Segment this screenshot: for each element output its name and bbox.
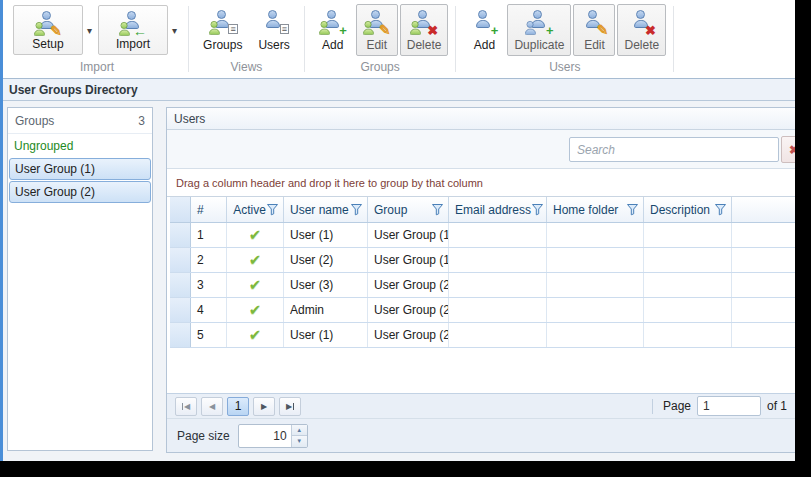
search-input[interactable]: [569, 137, 779, 162]
ribbon-group-groups: + Add ✎ Edit: [312, 4, 449, 74]
groupby-dropzone[interactable]: Drag a column header and drop it here to…: [167, 168, 795, 197]
filter-icon[interactable]: [431, 203, 444, 216]
next-page-icon: ▶: [261, 402, 267, 411]
group-add-icon: +: [319, 9, 347, 36]
groups-panel-title: Groups: [15, 114, 54, 128]
user-add-button[interactable]: + Add: [463, 4, 505, 56]
active-check-icon: ✔: [249, 251, 262, 269]
import-button[interactable]: ← Import: [98, 5, 168, 55]
setup-button[interactable]: ✎ Setup: [13, 5, 83, 55]
list-badge-icon: ≡: [228, 24, 237, 34]
column-header-email[interactable]: Email address: [449, 197, 547, 222]
views-groups-button[interactable]: ≡ Groups: [196, 4, 249, 56]
column-header-group[interactable]: Group: [368, 197, 449, 222]
plus-badge-icon: +: [339, 24, 347, 37]
row-indicator[interactable]: [170, 248, 191, 272]
filter-icon[interactable]: [714, 203, 727, 216]
plus-badge-icon: +: [491, 24, 499, 37]
spin-down-button[interactable]: ▼: [291, 436, 307, 447]
group-item-user-group-1[interactable]: User Group (1): [9, 158, 151, 180]
cell-email: [449, 273, 547, 297]
first-page-icon: ◀: [184, 402, 190, 411]
views-users-button[interactable]: ≡ Users: [251, 4, 296, 56]
group-item-user-group-2[interactable]: User Group (2): [9, 181, 151, 203]
import-dropdown-icon[interactable]: ▾: [168, 25, 181, 36]
user-edit-icon: ✎: [580, 9, 608, 36]
group-edit-label: Edit: [366, 38, 387, 52]
column-header-active[interactable]: Active: [227, 197, 284, 222]
cell-num: 2: [191, 248, 227, 272]
table-row[interactable]: 1 ✔ User (1) User Group (1): [170, 223, 795, 248]
ribbon-group-label-groups: Groups: [312, 56, 449, 74]
last-page-icon: ▶: [286, 402, 292, 411]
cell-description: [644, 248, 732, 272]
ribbon-separator: [673, 6, 674, 72]
column-header-username[interactable]: User name: [284, 197, 368, 222]
close-icon: ✖: [789, 143, 795, 157]
column-header-num[interactable]: #: [191, 197, 227, 222]
last-page-button[interactable]: ▶: [279, 397, 301, 416]
user-duplicate-button[interactable]: + Duplicate: [507, 4, 571, 56]
group-edit-button[interactable]: ✎ Edit: [356, 4, 398, 56]
table-row[interactable]: 5 ✔ User (1) User Group (2): [170, 323, 795, 348]
group-edit-icon: ✎: [363, 9, 391, 36]
cell-email: [449, 298, 547, 322]
first-page-button[interactable]: ◀: [175, 397, 197, 416]
page-title: User Groups Directory: [3, 78, 795, 101]
row-indicator[interactable]: [170, 223, 191, 247]
user-delete-button[interactable]: ✖ Delete: [617, 4, 666, 56]
cell-group: User Group (1): [368, 248, 449, 272]
cell-username: User (2): [284, 248, 368, 272]
group-item-ungrouped[interactable]: Ungrouped: [8, 134, 152, 157]
page-label: Page: [663, 399, 691, 413]
next-page-button[interactable]: ▶: [253, 397, 275, 416]
user-duplicate-icon: +: [525, 9, 553, 36]
cell-description: [644, 323, 732, 347]
users-panel: Users ✖ Drag a column header and drop it…: [166, 107, 795, 453]
pencil-badge-icon: ✎: [379, 23, 391, 37]
ribbon-separator: [304, 6, 305, 72]
group-delete-button[interactable]: ✖ Delete: [400, 4, 449, 56]
app-window: ✎ Setup ▾ ← Impor: [0, 0, 795, 461]
filter-icon[interactable]: [626, 203, 639, 216]
table-row[interactable]: 3 ✔ User (3) User Group (2): [170, 273, 795, 298]
active-check-icon: ✔: [249, 301, 262, 319]
page-number-input[interactable]: [697, 396, 761, 416]
cell-description: [644, 273, 732, 297]
table-row[interactable]: 4 ✔ Admin User Group (2): [170, 298, 795, 323]
clear-search-button[interactable]: ✖: [781, 136, 795, 163]
content-area: Groups 3 Ungrouped User Group (1) User G…: [3, 101, 795, 461]
column-header-description[interactable]: Description: [644, 197, 732, 222]
groupby-hint-text: Drag a column header and drop it here to…: [176, 177, 483, 189]
chevron-up-icon: ▲: [296, 427, 302, 433]
row-indicator[interactable]: [170, 298, 191, 322]
groups-panel: Groups 3 Ungrouped User Group (1) User G…: [7, 107, 153, 451]
cell-num: 4: [191, 298, 227, 322]
active-check-icon: ✔: [249, 276, 262, 294]
filter-icon[interactable]: [531, 203, 544, 216]
table-row[interactable]: 2 ✔ User (2) User Group (1): [170, 248, 795, 273]
setup-dropdown-icon[interactable]: ▾: [83, 25, 96, 36]
filter-icon[interactable]: [350, 203, 363, 216]
chevron-down-icon: ▼: [296, 438, 302, 444]
setup-button-label: Setup: [32, 37, 63, 51]
user-setup-icon: ✎: [34, 10, 62, 37]
import-arrow-badge-icon: ←: [133, 24, 147, 38]
cell-username: User (1): [284, 223, 368, 247]
row-indicator[interactable]: [170, 323, 191, 347]
spin-up-button[interactable]: ▲: [291, 425, 307, 437]
group-delete-label: Delete: [407, 38, 442, 52]
ribbon-group-label-import: Import: [13, 56, 181, 74]
column-header-homefolder[interactable]: Home folder: [547, 197, 644, 222]
filter-icon[interactable]: [266, 203, 279, 216]
prev-page-button[interactable]: ◀: [201, 397, 223, 416]
group-add-button[interactable]: + Add: [312, 4, 354, 56]
users-view-icon: ≡: [260, 9, 288, 36]
current-page-button[interactable]: 1: [227, 397, 249, 416]
cell-num: 5: [191, 323, 227, 347]
ribbon-group-users: + Add + Duplicate: [463, 4, 666, 74]
ribbon-separator: [188, 6, 189, 72]
users-panel-title: Users: [167, 108, 795, 130]
row-indicator[interactable]: [170, 273, 191, 297]
user-edit-button[interactable]: ✎ Edit: [573, 4, 615, 56]
